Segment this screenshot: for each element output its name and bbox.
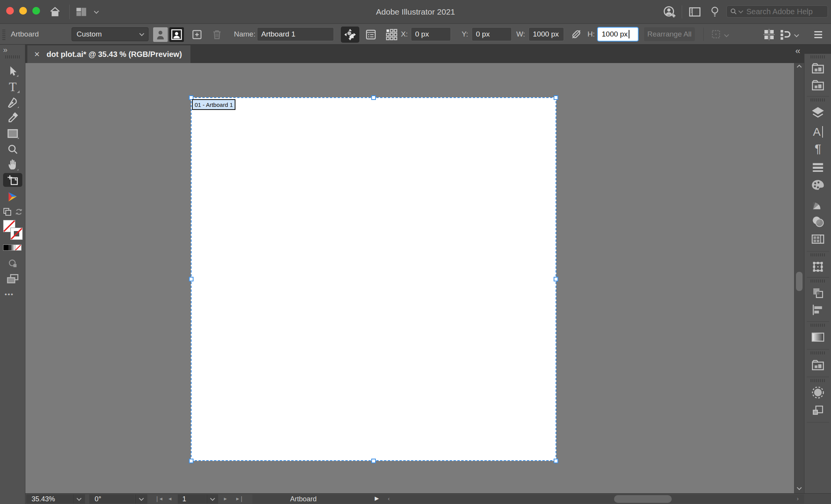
- drawing-modes-icon[interactable]: [5, 257, 20, 270]
- libraries-panel-icon[interactable]: [809, 61, 826, 75]
- zoom-tool[interactable]: [5, 142, 20, 156]
- artboard-handle-ne[interactable]: [554, 95, 558, 100]
- controlbar-drag-handle[interactable]: [2, 28, 5, 40]
- search-input[interactable]: [746, 7, 819, 17]
- fill-stroke-indicator-icon[interactable]: [2, 207, 12, 217]
- none-mode-button[interactable]: [15, 245, 22, 251]
- artboard-number-chevron[interactable]: [207, 494, 218, 504]
- reference-point-grid-icon[interactable]: [384, 28, 399, 42]
- new-artboard-button[interactable]: [190, 28, 204, 41]
- move-with-artwork-button[interactable]: [341, 27, 359, 43]
- gradient-panel-icon[interactable]: [809, 330, 826, 344]
- snap-options-icon[interactable]: [778, 28, 793, 42]
- type-tool[interactable]: T: [5, 80, 20, 94]
- eyedropper-tool[interactable]: [5, 111, 20, 125]
- align-panel-icon[interactable]: [809, 303, 826, 317]
- home-icon[interactable]: [48, 5, 62, 18]
- symbols-panel-icon[interactable]: [809, 358, 826, 372]
- lightbulb-icon[interactable]: [709, 5, 721, 19]
- screen-mode-icon[interactable]: [5, 272, 20, 285]
- pen-tool[interactable]: [5, 95, 20, 109]
- appearance-panel-icon[interactable]: [809, 403, 826, 418]
- panel-toggle-icon[interactable]: [688, 6, 702, 18]
- last-artboard-button[interactable]: ▸❘: [236, 495, 244, 502]
- edit-toolbar-icon[interactable]: •••: [5, 291, 14, 298]
- gradient-mode-button[interactable]: [9, 245, 15, 251]
- hscroll-left-icon[interactable]: ‹: [388, 495, 390, 502]
- horizontal-scroll-thumb[interactable]: [614, 495, 672, 503]
- panel-drag-handle-3[interactable]: [811, 253, 825, 256]
- artboard-tool-selected[interactable]: [3, 173, 22, 187]
- zoom-window-button[interactable]: [32, 7, 40, 15]
- hscroll-right-icon[interactable]: ›: [797, 495, 799, 502]
- width-input[interactable]: [529, 27, 564, 41]
- artboard-name-input[interactable]: [257, 27, 334, 41]
- status-flyout-icon[interactable]: ▶: [375, 495, 379, 501]
- color-guide-panel-icon[interactable]: [809, 196, 826, 211]
- document-tab[interactable]: × dot plot.ai* @ 35.43 % (RGB/Preview): [27, 45, 190, 63]
- app-layout-icon[interactable]: [75, 6, 88, 18]
- landscape-orientation-button[interactable]: [169, 27, 184, 42]
- scroll-down-icon[interactable]: [797, 485, 802, 490]
- cc-libraries-panel-icon[interactable]: [809, 78, 826, 92]
- portrait-orientation-button[interactable]: [153, 27, 168, 42]
- unlink-dimensions-icon[interactable]: [569, 28, 583, 40]
- preset-select[interactable]: Custom: [72, 27, 149, 41]
- swatches-panel-icon[interactable]: [809, 232, 826, 246]
- transform-panel-icon[interactable]: [809, 259, 826, 274]
- selection-options-panel-icon[interactable]: [809, 385, 826, 400]
- artboard[interactable]: [191, 97, 556, 461]
- rearrange-all-button[interactable]: Rearrange All: [644, 27, 695, 41]
- zoom-level-chevron[interactable]: [73, 494, 85, 504]
- panel-menu-icon[interactable]: [811, 28, 826, 42]
- first-artboard-button[interactable]: ❘◂: [155, 495, 162, 502]
- artboard-handle-e[interactable]: [554, 277, 558, 281]
- rectangle-tool[interactable]: [5, 127, 20, 141]
- artboard-handle-se[interactable]: [554, 459, 558, 463]
- panel-drag-handle-4[interactable]: [811, 279, 825, 283]
- artboard-handle-s[interactable]: [371, 459, 376, 463]
- scroll-up-icon[interactable]: [797, 65, 802, 70]
- panel-drag-handle-7[interactable]: [811, 379, 825, 382]
- artboard-number-box[interactable]: 1: [178, 494, 206, 504]
- rotation-box[interactable]: 0°: [89, 494, 135, 504]
- character-panel-icon[interactable]: A: [809, 125, 826, 139]
- layers-panel-icon[interactable]: [809, 105, 826, 120]
- minimize-window-button[interactable]: [19, 7, 27, 15]
- stroke-panel-icon[interactable]: [809, 160, 826, 175]
- tab-close-icon[interactable]: ×: [34, 50, 40, 58]
- select-similar-chevron-icon[interactable]: [724, 32, 729, 37]
- rotation-chevron[interactable]: [135, 494, 147, 504]
- toolbar-drag-handle[interactable]: [5, 55, 20, 58]
- artboard-handle-w[interactable]: [189, 277, 194, 281]
- align-pixel-grid-icon[interactable]: [762, 28, 776, 42]
- panel-drag-handle-2[interactable]: [811, 98, 825, 101]
- color-panel-icon[interactable]: [809, 178, 826, 192]
- toolbar-expand-icon[interactable]: ››: [3, 45, 7, 54]
- transparency-panel-icon[interactable]: [809, 214, 826, 229]
- close-window-button[interactable]: [6, 7, 14, 15]
- previous-artboard-button[interactable]: ◂: [169, 495, 172, 502]
- vertical-scrollbar[interactable]: [794, 63, 804, 493]
- panel-collapse-icon[interactable]: ‹‹: [795, 46, 799, 56]
- vertical-scroll-thumb[interactable]: [796, 272, 803, 291]
- height-input[interactable]: [597, 27, 639, 42]
- x-input[interactable]: [411, 27, 451, 41]
- zoom-level-box[interactable]: 35.43%: [26, 494, 72, 504]
- color-mode-button[interactable]: [3, 245, 9, 251]
- stroke-swatch-none[interactable]: [10, 228, 23, 240]
- intertwine-tool-icon[interactable]: [5, 190, 20, 204]
- artboard-handle-n[interactable]: [371, 95, 376, 100]
- snap-options-chevron-icon[interactable]: [794, 32, 799, 37]
- hand-tool[interactable]: [5, 157, 20, 171]
- panel-drag-handle[interactable]: [811, 55, 825, 58]
- artboard-options-icon[interactable]: [363, 28, 379, 42]
- next-artboard-button[interactable]: ▸: [224, 495, 227, 502]
- paragraph-panel-icon[interactable]: ¶: [809, 141, 826, 156]
- pathfinder-panel-icon[interactable]: [809, 286, 826, 300]
- select-similar-icon[interactable]: [709, 28, 723, 40]
- panel-drag-handle-6[interactable]: [811, 351, 825, 354]
- artboard-name-tag[interactable]: 01 - Artboard 1: [192, 99, 235, 110]
- account-add-icon[interactable]: [662, 5, 677, 19]
- layout-chevron-down-icon[interactable]: [94, 9, 99, 14]
